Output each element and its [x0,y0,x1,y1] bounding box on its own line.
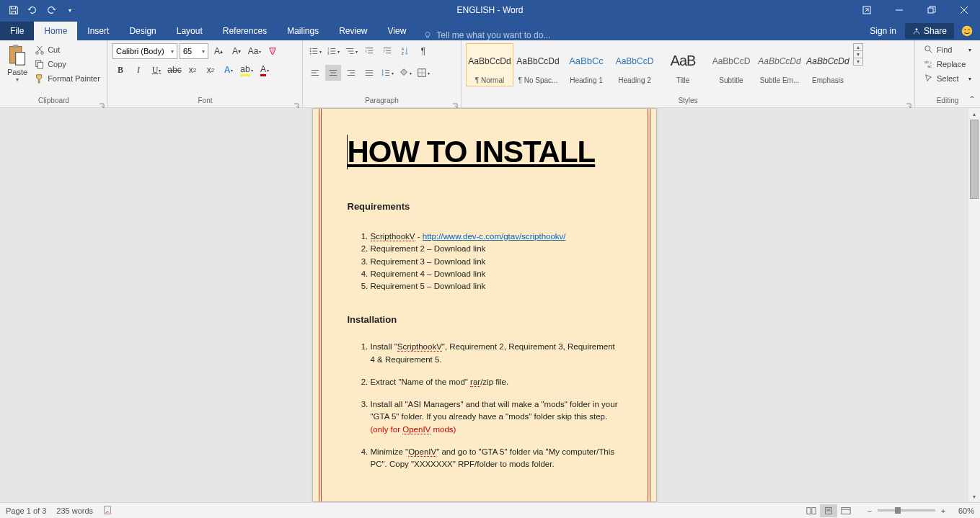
document-scroll[interactable]: HOW TO INSTALL Requirements ScripthookV … [0,108,968,502]
zoom-level[interactable]: 60% [958,506,974,515]
paste-button[interactable]: Paste ▾ [4,43,30,84]
styles-expand[interactable]: ▾ [854,58,862,65]
style-item---no-spac---[interactable]: AaBbCcDd¶ No Spac... [514,43,562,86]
grow-font-button[interactable]: A▴ [211,43,226,59]
web-layout-button[interactable] [837,504,855,517]
page[interactable]: HOW TO INSTALL Requirements ScripthookV … [312,108,657,502]
replace-label: Replace [937,60,966,68]
minimize-button[interactable] [883,0,915,20]
font-color-button[interactable]: A▾ [257,62,273,78]
ribbon-display-options[interactable] [850,0,883,20]
zoom-thumb[interactable] [895,507,901,514]
italic-button[interactable]: I [131,62,146,78]
scroll-down-button[interactable]: ▾ [968,491,980,502]
numbering-button[interactable]: 123▾ [325,43,341,59]
clipboard-launcher[interactable] [99,99,106,106]
list-item: Install "ScripthookV", Requirement 2, Re… [371,341,622,366]
group-paragraph: ▾ 123▾ ▾ AZ ¶ ▾ ▾ ▾ Paragraph [303,40,462,107]
multilevel-list-button[interactable]: ▾ [343,43,359,59]
align-left-button[interactable] [307,65,323,81]
sign-in-link[interactable]: Sign in [862,22,904,40]
copy-button[interactable]: Copy [32,58,103,71]
tab-view[interactable]: View [378,22,417,40]
style-item---normal[interactable]: AaBbCcDd¶ Normal [466,43,513,86]
zoom-out-button[interactable]: − [865,506,875,515]
styles-scroll-down[interactable]: ▾ [854,51,862,58]
maximize-button[interactable] [915,0,948,20]
tab-mailings[interactable]: Mailings [277,22,329,40]
list-item: Install all "ASI Managers" and that will… [371,398,622,436]
subscript-button[interactable]: x2 [185,62,200,78]
strikethrough-button[interactable]: abc [167,62,182,78]
format-painter-button[interactable]: Format Painter [32,72,103,85]
shrink-font-button[interactable]: A▾ [229,43,244,59]
scroll-thumb[interactable] [970,120,979,199]
qat-more[interactable]: ▾ [62,2,78,18]
feedback-smiley[interactable] [958,22,976,40]
decrease-indent-button[interactable] [361,43,377,59]
replace-button[interactable]: abacReplace [919,58,976,71]
svg-rect-16 [38,62,43,68]
document-area: HOW TO INSTALL Requirements ScripthookV … [0,108,980,502]
bullets-button[interactable]: ▾ [307,43,323,59]
line-spacing-button[interactable]: ▾ [379,65,395,81]
bold-button[interactable]: B [112,62,128,78]
read-mode-button[interactable] [803,504,820,517]
zoom-track[interactable] [878,509,935,512]
align-right-button[interactable] [343,65,359,81]
show-hide-button[interactable]: ¶ [415,43,431,59]
font-name-combo[interactable]: Calibri (Body)▾ [112,43,177,59]
borders-button[interactable]: ▾ [415,65,431,81]
style-item-subtle-em---[interactable]: AaBbCcDdSubtle Em... [756,43,803,86]
clear-formatting-button[interactable] [265,43,281,59]
underline-button[interactable]: U▾ [149,62,164,78]
font-launcher[interactable] [293,99,301,106]
word-count[interactable]: 235 words [56,506,93,515]
list-item: Requirement 4 – Download link [371,268,622,280]
highlight-button[interactable]: ab▾ [239,62,255,78]
style-item-heading-2[interactable]: AaBbCcDHeading 2 [611,43,658,86]
tab-references[interactable]: References [213,22,277,40]
collapse-ribbon-button[interactable]: ⌃ [968,94,976,104]
proofing-status-icon[interactable] [103,505,113,517]
paragraph-launcher[interactable] [452,99,459,106]
styles-scroll-up[interactable]: ▴ [854,44,862,51]
redo-button[interactable] [43,2,59,18]
style-item-title[interactable]: AaBTitle [659,43,707,86]
hyperlink[interactable]: http://www.dev-c.com/gtav/scripthookv/ [423,232,566,241]
font-size-combo[interactable]: 65▾ [180,43,208,59]
style-item-emphasis[interactable]: AaBbCcDdEmphasis [804,43,852,86]
increase-indent-button[interactable] [379,43,395,59]
style-item-heading-1[interactable]: AaBbCcHeading 1 [562,43,610,86]
justify-button[interactable] [361,65,377,81]
scroll-up-button[interactable]: ▴ [968,108,980,120]
shading-button[interactable]: ▾ [397,65,413,81]
superscript-button[interactable]: x2 [203,62,218,78]
align-center-button[interactable] [325,65,341,81]
tab-file[interactable]: File [0,22,34,40]
styles-gallery: AaBbCcDd¶ NormalAaBbCcDd¶ No Spac...AaBb… [466,43,852,89]
save-icon[interactable] [6,2,22,18]
cut-button[interactable]: Cut [32,43,103,56]
change-case-button[interactable]: Aa▾ [247,43,262,59]
share-button[interactable]: Share [905,23,954,39]
tab-layout[interactable]: Layout [167,22,213,40]
close-button[interactable] [948,0,980,20]
tab-review[interactable]: Review [329,22,377,40]
print-layout-button[interactable] [820,504,837,517]
styles-launcher[interactable] [906,99,913,106]
style-item-subtitle[interactable]: AaBbCcDSubtitle [707,43,755,86]
style-preview: AaBbCcDd [758,45,800,76]
page-number[interactable]: Page 1 of 3 [6,506,46,515]
text-effects-button[interactable]: A▾ [221,62,237,78]
undo-button[interactable] [25,2,40,18]
zoom-in-button[interactable]: + [938,506,948,515]
tell-me-search[interactable]: Tell me what you want to do... [416,30,557,40]
select-button[interactable]: Select▾ [919,72,976,85]
tab-design[interactable]: Design [119,22,166,40]
sort-button[interactable]: AZ [397,43,413,59]
window-title: ENGLISH - Word [457,5,524,15]
tab-home[interactable]: Home [34,22,77,40]
tab-insert[interactable]: Insert [77,22,119,40]
find-button[interactable]: Find▾ [919,43,976,56]
